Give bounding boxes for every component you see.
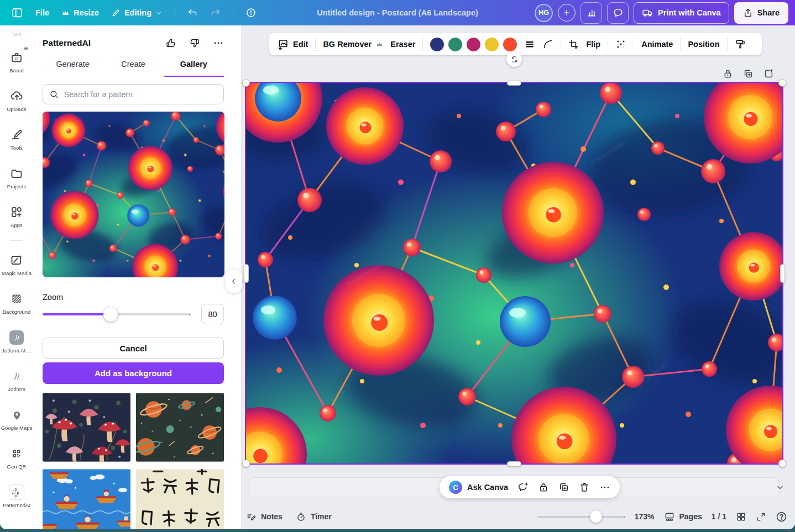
panel-collapse-button[interactable]: [226, 269, 242, 293]
resize-handle-left[interactable]: [244, 264, 249, 283]
avatar[interactable]: HG: [535, 4, 553, 22]
rotate-handle[interactable]: [506, 51, 522, 67]
add-as-background-button[interactable]: Add as background: [43, 362, 224, 384]
sidebar-item-projects[interactable]: Projects: [0, 158, 33, 197]
duplicate-icon[interactable]: [558, 482, 569, 493]
insights-button[interactable]: [580, 2, 602, 24]
zoom-value-box[interactable]: 80: [201, 304, 224, 324]
share-label: Share: [757, 8, 780, 17]
tab-generate[interactable]: Generate: [43, 60, 103, 77]
color-swatch-magenta[interactable]: [467, 38, 480, 51]
print-with-canva-button[interactable]: Print with Canva: [634, 2, 729, 24]
gallery-thumbnail-boats[interactable]: [43, 469, 130, 529]
resize-handle-bottom-right[interactable]: [778, 460, 786, 467]
copy-style-button[interactable]: [735, 39, 746, 50]
design-title[interactable]: Untitled design - Postcard (A6 Landscape…: [317, 8, 478, 17]
sidebar-item-brand[interactable]: co Brand: [0, 42, 33, 81]
editing-mode-dropdown[interactable]: Editing: [111, 8, 163, 18]
pages-view-button[interactable]: Pages: [664, 511, 702, 522]
sidebar-item-gen-qr[interactable]: Gen QR: [0, 439, 33, 477]
sidebar-item-tools[interactable]: Tools: [0, 119, 33, 158]
report-issue-button[interactable]: [245, 7, 257, 18]
canvas-zoom-track[interactable]: [537, 516, 625, 518]
more-options-icon[interactable]: [213, 38, 224, 49]
resize-handle-top[interactable]: [507, 81, 521, 86]
collapse-strip-button[interactable]: [773, 481, 787, 494]
bg-remover-button[interactable]: BG Remover: [323, 40, 383, 49]
sidebar-item-jotform-ai[interactable]: Jotform AI ...: [0, 323, 33, 361]
thumbs-down-icon[interactable]: [189, 38, 200, 49]
lock-button[interactable]: [721, 67, 734, 80]
rail-divider: [11, 240, 23, 241]
color-swatch-yellow[interactable]: [485, 38, 499, 51]
line-weight-button[interactable]: [524, 39, 535, 50]
comment-add-icon[interactable]: [517, 482, 529, 493]
color-swatch-red[interactable]: [503, 38, 517, 51]
notes-button[interactable]: Notes: [246, 512, 283, 522]
gallery-thumbnail-planets[interactable]: [136, 393, 224, 462]
ask-canva-button[interactable]: C Ask Canva: [449, 481, 508, 494]
eraser-button[interactable]: Eraser: [390, 40, 415, 49]
sidebar-item-background[interactable]: Background: [0, 284, 33, 323]
transparency-button[interactable]: [615, 39, 626, 50]
undo-button[interactable]: [187, 8, 198, 18]
eraser-label: Eraser: [390, 40, 415, 49]
redo-button[interactable]: [210, 8, 221, 18]
lock-icon[interactable]: [538, 482, 549, 493]
chevron-left-icon: [230, 277, 238, 285]
pattern-search[interactable]: [43, 84, 224, 104]
duplicate-button[interactable]: [741, 67, 755, 80]
sidebar-item-apps[interactable]: Apps: [0, 197, 33, 235]
add-page-button[interactable]: [762, 67, 775, 80]
resize-handle-top-left[interactable]: [242, 79, 250, 87]
color-swatch-teal[interactable]: [448, 38, 462, 51]
sidebar-item-uploads[interactable]: Uploads: [0, 81, 33, 119]
tab-gallery[interactable]: Gallery: [164, 60, 224, 77]
fullscreen-button[interactable]: [756, 512, 766, 522]
sidebar-item-patternedai[interactable]: .p.p.p.p. PatternedAI: [0, 477, 33, 516]
zoom-slider[interactable]: [43, 307, 191, 322]
cancel-button[interactable]: Cancel: [43, 338, 224, 359]
more-options-icon[interactable]: [599, 482, 610, 493]
animate-button[interactable]: Animate: [641, 40, 673, 49]
gallery-thumbnail-mushrooms[interactable]: [43, 393, 130, 462]
sidebar-item-text[interactable]: Text: [12, 31, 21, 42]
sidebar-item-jotform[interactable]: Jotform: [0, 361, 33, 400]
curve-button[interactable]: [542, 39, 553, 50]
resize-handle-bottom-left[interactable]: [242, 460, 250, 467]
edit-image-button[interactable]: Edit: [277, 39, 308, 50]
gallery-thumbnail-calligraphy[interactable]: [136, 469, 224, 529]
file-menu[interactable]: File: [35, 8, 49, 17]
tab-create[interactable]: Create: [103, 60, 163, 77]
canvas-zoom-slider[interactable]: [537, 510, 625, 523]
canvas-page[interactable]: PatternedAI PatternedAI PatternedAI: [246, 83, 782, 463]
home-menu-button[interactable]: [11, 7, 23, 19]
pattern-preview-image[interactable]: [43, 112, 224, 277]
color-swatch-navy[interactable]: [430, 38, 444, 51]
canvas-zoom-percent[interactable]: 173%: [635, 512, 655, 521]
share-button[interactable]: Share: [734, 2, 788, 24]
sidebar-item-magic-media[interactable]: Magic Media: [0, 245, 33, 284]
resize-handle-right[interactable]: [780, 264, 785, 283]
position-button[interactable]: Position: [688, 40, 719, 49]
thumbs-up-icon[interactable]: [165, 38, 176, 49]
resize-handle-top-right[interactable]: [778, 79, 786, 87]
timer-button[interactable]: Timer: [296, 512, 332, 522]
comments-button[interactable]: [607, 2, 629, 24]
crop-button[interactable]: [568, 39, 579, 50]
resize-button[interactable]: Resize: [61, 8, 99, 17]
page-actions: [721, 67, 775, 80]
grid-view-button[interactable]: [736, 512, 746, 522]
canvas-zoom-handle[interactable]: [590, 510, 602, 523]
divider: [680, 38, 681, 51]
resize-handle-bottom[interactable]: [507, 461, 521, 466]
delete-icon[interactable]: [579, 482, 590, 493]
zoom-slider-handle[interactable]: [103, 307, 118, 322]
add-member-button[interactable]: [558, 4, 576, 22]
timer-label: Timer: [311, 512, 332, 521]
search-icon: [49, 89, 59, 99]
help-button[interactable]: [776, 511, 787, 523]
sidebar-item-google-maps[interactable]: Google Maps: [0, 400, 33, 439]
flip-button[interactable]: Flip: [586, 40, 600, 49]
search-input[interactable]: [64, 90, 217, 99]
